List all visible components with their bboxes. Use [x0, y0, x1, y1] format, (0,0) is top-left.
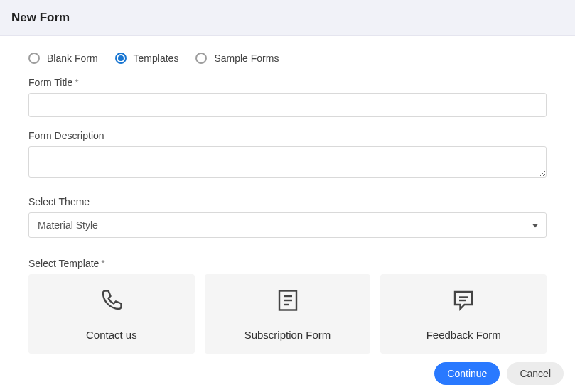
radio-label: Blank Form	[47, 53, 98, 64]
template-cards: Contact us Subscription Form Feedback Fo…	[28, 274, 547, 354]
required-mark: *	[75, 77, 78, 88]
document-icon	[275, 288, 301, 316]
radio-icon	[28, 53, 40, 64]
select-theme-label: Select Theme	[28, 196, 547, 207]
template-card-subscription-form[interactable]: Subscription Form	[205, 274, 371, 354]
cancel-button[interactable]: Cancel	[507, 362, 564, 385]
select-template-label: Select Template *	[28, 258, 547, 269]
dialog-title: New Form	[11, 11, 70, 25]
template-card-label: Contact us	[86, 329, 137, 341]
radio-label: Templates	[134, 53, 179, 64]
template-card-label: Feedback Form	[426, 329, 501, 341]
form-type-radios: Blank Form Templates Sample Forms	[28, 53, 547, 64]
continue-button[interactable]: Continue	[434, 362, 500, 385]
template-card-feedback-form[interactable]: Feedback Form	[380, 274, 547, 354]
radio-sample-forms[interactable]: Sample Forms	[195, 53, 279, 64]
template-card-label: Subscription Form	[244, 329, 331, 341]
required-mark: *	[101, 258, 104, 269]
chat-icon	[451, 288, 476, 316]
radio-label: Sample Forms	[214, 53, 279, 64]
radio-templates[interactable]: Templates	[115, 53, 179, 64]
radio-icon	[115, 53, 127, 64]
radio-icon	[195, 53, 207, 64]
form-title-label: Form Title *	[28, 77, 547, 88]
template-card-contact-us[interactable]: Contact us	[28, 274, 195, 354]
phone-icon	[99, 288, 124, 316]
dialog-header: New Form	[0, 0, 575, 36]
dialog-footer: Continue Cancel	[434, 362, 564, 385]
form-description-label: Form Description	[28, 130, 547, 141]
radio-blank-form[interactable]: Blank Form	[28, 53, 98, 64]
form-title-input[interactable]	[28, 93, 547, 117]
theme-select[interactable]: Material Style	[28, 212, 547, 238]
theme-select-value: Material Style	[38, 219, 98, 231]
form-description-input[interactable]	[28, 146, 547, 178]
